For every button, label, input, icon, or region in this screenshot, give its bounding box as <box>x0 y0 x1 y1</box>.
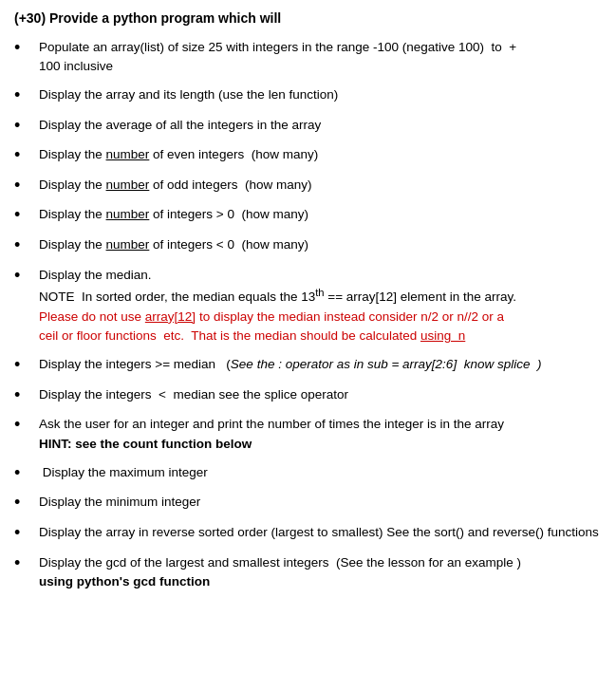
bullet: • <box>14 235 33 256</box>
list-item: • Populate an array(list) of size 25 wit… <box>14 38 602 77</box>
item-content: Display the number of integers > 0 (how … <box>39 205 602 224</box>
bullet: • <box>14 266 33 287</box>
list-item: • Display the array in reverse sorted or… <box>14 523 602 544</box>
hint-text: HINT: see the count function below <box>39 437 252 451</box>
list-item: • Display the number of integers > 0 (ho… <box>14 205 602 226</box>
item-content: Display the number of integers < 0 (how … <box>39 235 602 254</box>
red-text: Please do not use array[12] to display t… <box>39 309 504 324</box>
bullet: • <box>14 463 33 484</box>
bullet: • <box>14 493 33 514</box>
gcd-bold-text: using python's gcd function <box>39 574 210 589</box>
bullet: • <box>14 415 33 436</box>
list-item: • Display the number of integers < 0 (ho… <box>14 235 602 256</box>
list-item: • Ask the user for an integer and print … <box>14 415 602 454</box>
bullet: • <box>14 385 33 406</box>
item-content: Display the median. NOTE In sorted order… <box>39 266 602 346</box>
underline-text: number <box>106 178 150 192</box>
list-item: • Display the maximum integer <box>14 463 602 484</box>
list-item: • Display the number of odd integers (ho… <box>14 176 602 196</box>
item-content: Display the number of odd integers (how … <box>39 176 602 195</box>
item-content: Ask the user for an integer and print th… <box>39 415 602 454</box>
item-content: Display the integers >= median (See the … <box>39 355 602 374</box>
list-item: • Display the minimum integer <box>14 493 602 514</box>
bullet: • <box>14 38 33 59</box>
red-underline-text: using n <box>420 328 465 343</box>
list-item: • Display the array and its length (use … <box>14 85 602 106</box>
item-content: Display the maximum integer <box>39 463 602 482</box>
item-content: Display the gcd of the largest and small… <box>39 553 602 592</box>
bullet: • <box>14 523 33 544</box>
list-item: • Display the gcd of the largest and sma… <box>14 553 602 592</box>
main-list: • Populate an array(list) of size 25 wit… <box>14 38 602 592</box>
list-item: • Display the number of even integers (h… <box>14 145 602 166</box>
item-content: Display the array and its length (use th… <box>39 85 602 104</box>
item-content: Populate an array(list) of size 25 with … <box>39 38 602 77</box>
bullet: • <box>14 145 33 166</box>
item-content: Display the average of all the integers … <box>39 116 602 135</box>
item-content: Display the minimum integer <box>39 493 602 512</box>
bullet: • <box>14 553 33 574</box>
page-header: (+30) Provide a python program which wil… <box>14 9 602 28</box>
bullet: • <box>14 176 33 196</box>
list-item: • Display the median. NOTE In sorted ord… <box>14 266 602 346</box>
item-content: Display the number of even integers (how… <box>39 145 602 164</box>
underline-text: number <box>106 147 150 161</box>
red-underline-text: array[12] <box>145 309 196 324</box>
underline-text: number <box>106 237 150 252</box>
bullet: • <box>14 116 33 137</box>
bullet: • <box>14 355 33 376</box>
note-block: NOTE In sorted order, the median equals … <box>39 290 516 343</box>
red-text: ceil or floor functions etc. That is the… <box>39 328 465 343</box>
item-content: Display the array in reverse sorted orde… <box>39 523 602 542</box>
item-content: Display the integers < median see the sp… <box>39 385 602 404</box>
bullet: • <box>14 205 33 226</box>
list-item: • Display the average of all the integer… <box>14 116 602 137</box>
underline-text: number <box>106 207 150 221</box>
bullet: • <box>14 85 33 106</box>
list-item: • Display the integers < median see the … <box>14 385 602 406</box>
list-item: • Display the integers >= median (See th… <box>14 355 602 376</box>
